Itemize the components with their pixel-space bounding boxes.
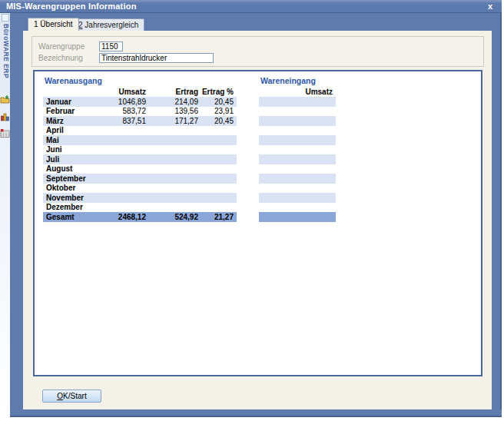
col-umsatz: Umsatz [88,88,146,96]
table-row[interactable] [259,135,336,145]
table-row[interactable]: September [43,174,237,184]
ok-start-button[interactable]: OK/Start [42,390,101,403]
table-row[interactable]: Januar1046,89214,0920,45 [43,97,237,107]
bottom-frame [10,409,502,417]
table-row[interactable]: Februar583,72139,5623,91 [43,107,237,117]
table-row[interactable] [259,203,336,213]
sidebar: BüroWARE ERP [0,13,10,417]
title-bar: MIS-Warengruppen Information x [0,0,502,13]
table-row[interactable]: August [43,164,237,174]
warenausgang-table: Warenausgang Umsatz Ertrag Ertrag % Janu… [43,76,237,222]
table-row[interactable] [259,154,336,164]
tab-uebersicht[interactable]: 1 Übersicht [28,18,79,31]
table-row[interactable]: Oktober [43,184,237,194]
warenausgang-rows: Januar1046,89214,0920,45Februar583,72139… [43,97,237,222]
tab-jahresvergleich[interactable]: 2 Jahresvergleich [72,18,144,31]
table-row[interactable] [259,97,336,107]
wareneingang-header-row: Umsatz [259,87,336,97]
col-ertrag: Ertrag [146,88,198,96]
header-group-box: Warengruppe Bezeichnung [32,36,484,67]
bezeichnung-input[interactable] [99,53,214,63]
tab-strip: 1 Übersicht 2 Jahresvergleich [23,13,492,31]
table-row[interactable]: Mai [43,135,237,145]
table-row[interactable]: November [43,193,237,203]
bezeichnung-label: Bezeichnung [38,54,99,62]
table-row[interactable]: März837,51171,2720,45 [43,116,237,126]
table-row[interactable] [259,126,336,136]
table-row[interactable] [259,107,336,117]
close-icon[interactable]: x [485,2,496,11]
sidebar-toolbar [0,94,10,138]
warengruppe-label: Warengruppe [38,42,99,51]
window-title: MIS-Warengruppen Information [6,2,485,11]
table-row[interactable]: April [43,126,237,136]
col-ertrag-pct: Ertrag % [198,88,237,96]
table-row[interactable]: Dezember [43,203,237,213]
mis-warengruppen-window: MIS-Warengruppen Information x BüroWARE … [0,0,502,417]
total-row[interactable] [259,212,336,222]
total-row[interactable]: Gesamt2468,12524,9221,27 [43,212,237,222]
wareneingang-table: Wareneingang Umsatz [259,76,336,222]
brand-vertical-text: BüroWARE ERP [1,24,10,101]
right-frame [492,13,502,417]
wareneingang-title: Wareneingang [259,76,336,87]
table-row[interactable] [259,184,336,194]
table-row[interactable] [259,164,336,174]
warenausgang-header-row: Umsatz Ertrag Ertrag % [43,87,237,97]
left-frame [10,13,23,417]
folder-import-icon[interactable] [0,94,10,104]
col-we-umsatz: Umsatz [259,88,336,96]
sidebar-header-box [2,14,9,22]
table-row[interactable]: Juni [43,145,237,155]
data-panel: Warenausgang Umsatz Ertrag Ertrag % Janu… [33,70,482,376]
calendar-icon[interactable] [0,128,10,138]
warenausgang-title: Warenausgang [43,76,237,87]
table-row[interactable] [259,193,336,203]
wareneingang-rows [259,97,336,222]
warengruppe-input[interactable] [99,41,123,51]
chart-icon[interactable] [0,111,10,121]
tab-page-uebersicht: Warengruppe Bezeichnung Warenausgang Ums… [23,31,492,409]
table-row[interactable] [259,116,336,126]
table-row[interactable]: Juli [43,154,237,164]
table-row[interactable] [259,145,336,155]
table-row[interactable] [259,174,336,184]
